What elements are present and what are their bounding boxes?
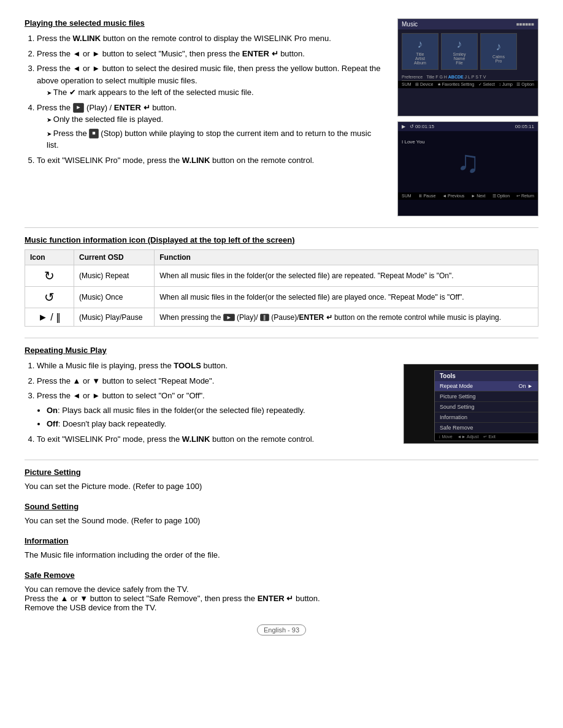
safe-line-3: Remove the USB device from the TV. xyxy=(25,603,538,612)
tools-item-repeat: Repeat Mode On ► xyxy=(435,381,538,392)
browser-title-bar: Music ■■■■■■ xyxy=(398,19,538,29)
section-safe-remove: Safe Remove You can remove the device sa… xyxy=(25,571,538,612)
browser-filter-bar: Preference Title F G H ABCDE J L P S T V xyxy=(398,74,538,80)
stop-btn-icon: ■ xyxy=(89,129,98,138)
music-thumb-3: ♪ CalmsPro xyxy=(480,33,517,70)
section-sound: Sound Setting You can set the Sound mode… xyxy=(25,502,538,525)
icon-playpause: ► / ‖ xyxy=(25,308,74,327)
safe-line-1: You can remove the device safely from th… xyxy=(25,585,538,594)
table-row: ► / ‖ (Music) Play/Pause When pressing t… xyxy=(25,308,538,327)
step-3: Press the ◄ or ► button to select the de… xyxy=(37,63,385,99)
step3-sub: The ✔ mark appears to the left of the se… xyxy=(47,86,385,99)
playing-steps-list: Press the W.LINK button on the remote co… xyxy=(37,32,385,166)
safe-line-2: Press the ▲ or ▼ button to select "Safe … xyxy=(25,594,538,603)
jump-label: ↕ Jump xyxy=(499,82,513,87)
icon-repeat: ↻ xyxy=(25,265,74,287)
pause-icon-inline: ‖ xyxy=(260,314,269,321)
player-next: ► Next xyxy=(471,194,485,199)
picture-body: You can set the Picture mode. (Refer to … xyxy=(25,482,538,491)
col-icon: Icon xyxy=(25,250,74,265)
sound-setting-label: Sound Setting xyxy=(440,404,475,410)
step5-wlink: W.LINK xyxy=(182,156,210,165)
large-note-icon: ♫ xyxy=(456,144,480,180)
section-picture: Picture Setting You can set the Picture … xyxy=(25,468,538,491)
divider-3 xyxy=(25,460,538,460)
enter-bold-safe: ENTER ↵ xyxy=(258,594,294,603)
table-row: ↺ (Music) Once When all music files in t… xyxy=(25,287,538,308)
select-label: ✓ Select xyxy=(478,82,495,87)
player-song-title: I Love You xyxy=(402,139,424,145)
enter-inline: ENTER ↵ xyxy=(299,313,332,322)
browser-bottom-bar: SUM ⊞ Device ★ Favorites Setting ✓ Selec… xyxy=(398,81,538,88)
browser-title: Music xyxy=(402,21,418,28)
func-repeat: When all music files in the folder(or th… xyxy=(155,265,538,287)
move-label: ↕ Move xyxy=(439,434,453,439)
step-4: Press the ► (Play) / ENTER ↵ button. Onl… xyxy=(37,102,385,151)
player-top-bar: ▶ ↺ 00:01:15 00:05:11 xyxy=(398,122,538,131)
player-option: ☰ Option xyxy=(492,194,510,199)
player-pause: ⏸ Pause xyxy=(418,194,436,199)
repeat-bullets: On: Plays back all music files in the fo… xyxy=(47,404,391,430)
section-information: Information The Music file information i… xyxy=(25,536,538,559)
player-time: 00:05:11 xyxy=(515,124,534,129)
adjust-label: ◄► Adjust xyxy=(458,434,479,439)
tools-menu-box: Tools Repeat Mode On ► Picture Setting S… xyxy=(434,370,538,441)
tools-footer: ↕ Move ◄► Adjust ↵ Exit xyxy=(435,433,538,441)
sum-label: SUM xyxy=(402,82,412,87)
music-browser-screenshot: Music ■■■■■■ ♪ TitleArtistAlbum ♪ Smiley… xyxy=(397,18,538,116)
repeat-step-1: While a Music file is playing, press the… xyxy=(37,360,391,372)
note-icon-2: ♪ xyxy=(457,38,462,51)
browser-thumbnails: ♪ TitleArtistAlbum ♪ SmileyNameFile ♪ Ca… xyxy=(398,29,538,74)
music-player-screenshot: ▶ ↺ 00:01:15 00:05:11 I Love You ♫ SUM ⏸… xyxy=(397,121,538,216)
repeat-mode-value: On ► xyxy=(519,383,533,389)
func-playpause: When pressing the ► (Play)/ ‖ (Pause)/EN… xyxy=(155,308,538,327)
step-1: Press the W.LINK button on the remote co… xyxy=(37,32,385,45)
information-body: The Music file information including the… xyxy=(25,550,538,559)
on-label: On xyxy=(47,406,58,415)
information-label: Information xyxy=(440,414,467,420)
player-sum: SUM xyxy=(402,194,412,199)
sound-title: Sound Setting xyxy=(25,502,538,511)
repeat-step-4: To exit "WISELINK Pro" mode, press the W… xyxy=(37,433,391,446)
step-2: Press the ◄ or ► button to select "Music… xyxy=(37,48,385,60)
track-name-3: CalmsPro xyxy=(492,55,505,63)
browser-btns: ■■■■■■ xyxy=(516,21,534,27)
note-icon-1: ♪ xyxy=(418,38,423,51)
player-return: ↩ Return xyxy=(516,194,534,199)
music-icon-table: Icon Current OSD Function ↻ (Music) Repe… xyxy=(25,249,538,327)
step-5: To exit "WISELINK Pro" mode, press the W… xyxy=(37,154,385,167)
func-once: When all music files in the folder(or th… xyxy=(155,287,538,308)
section-playing-music: Playing the selected music files Press t… xyxy=(25,18,538,216)
divider-1 xyxy=(25,227,538,228)
play-icon-inline: ► xyxy=(223,314,235,321)
osd-playpause: (Music) Play/Pause xyxy=(74,308,155,327)
fav-label: ★ Favorites Setting xyxy=(437,82,474,87)
track-name-2: SmileyNameFile xyxy=(453,52,465,65)
bullet-off: Off: Doesn't play back repeatedly. xyxy=(47,418,391,430)
section-repeating: Repeating Music Play While a Music file … xyxy=(25,346,538,449)
tools-item-picture: Picture Setting xyxy=(435,392,538,402)
music-thumb-2: ♪ SmileyNameFile xyxy=(441,33,478,70)
section-playing-content: Playing the selected music files Press t… xyxy=(25,18,385,170)
exit-label: ↵ Exit xyxy=(483,434,496,439)
step4-sub1: Only the selected file is played. xyxy=(47,113,385,126)
osd-once: (Music) Once xyxy=(74,287,155,308)
player-control-bar: SUM ⏸ Pause ◄ Previous ► Next ☰ Option ↩… xyxy=(398,192,538,200)
player-info: ▶ ↺ 00:01:15 xyxy=(402,124,434,129)
tools-item-sound: Sound Setting xyxy=(435,402,538,412)
picture-title: Picture Setting xyxy=(25,468,538,477)
section-playing-screenshot: Music ■■■■■■ ♪ TitleArtistAlbum ♪ Smiley… xyxy=(397,18,538,216)
tools-item-info: Information xyxy=(435,412,538,423)
section-playing-title: Playing the selected music files xyxy=(25,18,385,28)
osd-repeat: (Music) Repeat xyxy=(74,265,155,287)
section-music-icon: Music function information icon (Display… xyxy=(25,235,538,327)
col-osd: Current OSD xyxy=(74,250,155,265)
safe-remove-title: Safe Remove xyxy=(25,571,538,580)
page-number-area: English - 93 xyxy=(25,624,538,635)
preference-label: Preference xyxy=(402,75,423,79)
repeat-mode-label: Repeat Mode xyxy=(440,383,473,389)
title-filter: Title F G H ABCDE J L P S T V xyxy=(426,75,486,79)
tools-menu-title: Tools xyxy=(435,371,538,381)
repeat-step-3: Press the ◄ or ► button to select "On" o… xyxy=(37,390,391,430)
music-icon-title: Music function information icon (Display… xyxy=(25,235,538,245)
